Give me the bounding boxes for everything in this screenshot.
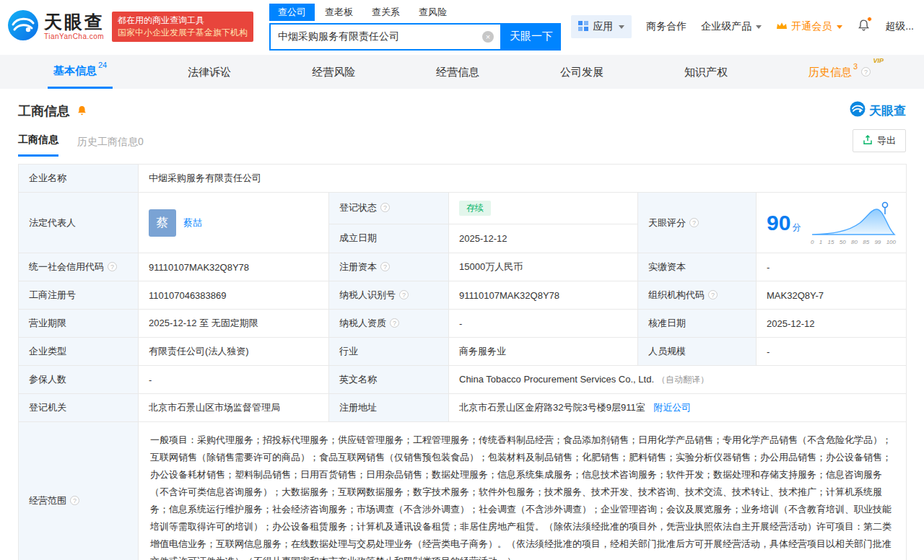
caret-down-icon xyxy=(756,25,762,29)
tab-history-info[interactable]: VIP 历史信息 3 ? xyxy=(803,55,876,89)
subtab-business-registration[interactable]: 工商信息 xyxy=(18,134,58,157)
export-icon xyxy=(863,135,873,147)
tianyancha-logo[interactable]: 天眼查 TianYanCha.com xyxy=(7,9,105,44)
taxpayer-quality-value: - xyxy=(449,310,638,338)
reg-address-label: 注册地址 xyxy=(329,394,449,422)
org-code-label-text: 组织机构代码 xyxy=(648,289,705,300)
info-icon[interactable]: ? xyxy=(861,67,871,76)
export-label: 导出 xyxy=(877,134,896,147)
tab-intellectual-property[interactable]: 知识产权 xyxy=(679,55,733,89)
info-icon[interactable]: ? xyxy=(390,318,399,328)
header-right-menu: 应用 商务合作 企业级产品 开通会员 超 xyxy=(571,15,914,38)
search-button[interactable]: 天眼一下 xyxy=(502,23,561,51)
business-scope-label: 经营范围? xyxy=(19,422,139,560)
menu-super-vip[interactable]: 超级... xyxy=(885,20,914,33)
tab-basic-info[interactable]: 基本信息 24 xyxy=(48,55,113,89)
search-input[interactable] xyxy=(271,25,500,49)
company-nav-tabs: 基本信息 24 法律诉讼 经营风险 经营信息 公司发展 知识产权 VIP 历史信… xyxy=(0,55,924,89)
tab-business-info-label: 经营信息 xyxy=(436,56,479,88)
reg-status-label: 登记状态? xyxy=(329,193,449,224)
legal-rep-cell: 蔡 蔡喆 xyxy=(139,193,329,253)
open-vip-label: 开通会员 xyxy=(791,20,832,33)
approval-date-label: 核准日期 xyxy=(638,310,757,338)
watermark-logo: 天眼查 xyxy=(850,101,906,121)
table-row: 统一社会信用代码? 91110107MAK32Q8Y78 注册资本? 15000… xyxy=(19,253,907,281)
search-area: 查公司 查老板 查关系 查风险 × 天眼一下 xyxy=(269,4,561,51)
subtab-history-registration[interactable]: 历史工商信息0 xyxy=(77,136,144,157)
brand-domain: TianYanCha.com xyxy=(44,33,105,40)
tab-company-development[interactable]: 公司发展 xyxy=(554,55,609,89)
top-header: 天眼查 TianYanCha.com 都在用的商业查询工具 国家中小企业发展子基… xyxy=(0,0,924,53)
tab-basic-info-count: 24 xyxy=(98,61,107,69)
search-input-wrap: × xyxy=(269,23,502,51)
subtabs-row: 工商信息 历史工商信息0 导出 xyxy=(0,122,924,157)
tianyancha-logo-icon xyxy=(850,101,866,121)
table-row: 工商注册号 110107046383869 纳税人识别号? 91110107MA… xyxy=(19,281,907,310)
auto-translate-note: （自动翻译） xyxy=(657,375,709,385)
status-badge: 存续 xyxy=(459,201,491,216)
score-unit: 分 xyxy=(792,222,801,232)
apps-menu[interactable]: 应用 xyxy=(571,15,632,38)
open-vip-link[interactable]: 开通会员 xyxy=(776,20,842,33)
tab-operating-risk[interactable]: 经营风险 xyxy=(306,55,361,89)
taxpayer-id-label: 纳税人识别号? xyxy=(329,281,449,310)
est-date-label: 成立日期 xyxy=(329,224,449,253)
tab-basic-info-label: 基本信息 xyxy=(53,55,97,87)
company-type-value: 有限责任公司(法人独资) xyxy=(139,338,329,366)
reg-status-label-text: 登记状态 xyxy=(339,202,377,213)
business-term-label: 营业期限 xyxy=(19,310,139,338)
legal-rep-link[interactable]: 蔡喆 xyxy=(183,216,202,229)
search-tab-company[interactable]: 查公司 xyxy=(269,4,315,21)
info-icon[interactable]: ? xyxy=(380,203,390,212)
export-button[interactable]: 导出 xyxy=(853,129,906,152)
menu-enterprise-label: 企业级产品 xyxy=(701,20,751,33)
tab-legal-proceedings[interactable]: 法律诉讼 xyxy=(182,55,237,89)
english-name-value: China Tobacco Procurement Services Co., … xyxy=(449,366,907,394)
subscribe-bell-icon[interactable] xyxy=(76,105,88,117)
brand-name: 天眼查 xyxy=(44,13,105,31)
slogan-line1: 都在用的商业查询工具 xyxy=(118,14,248,27)
credit-code-label-text: 统一社会信用代码 xyxy=(29,261,104,272)
table-row: 企业名称 中烟采购服务有限责任公司 xyxy=(19,165,907,193)
section-header: 工商信息 天眼查 xyxy=(0,89,924,122)
apps-menu-label: 应用 xyxy=(593,20,613,33)
table-row: 登记机关 北京市石景山区市场监督管理局 注册地址 北京市石景山区金府路32号院3… xyxy=(19,394,907,422)
notification-dot xyxy=(867,17,872,22)
tab-business-info[interactable]: 经营信息 xyxy=(430,55,485,89)
paid-capital-value: - xyxy=(757,253,907,281)
score-label-text: 天眼评分 xyxy=(648,217,686,228)
score-distribution-chart: 011550808599100 xyxy=(811,200,896,245)
tab-intellectual-property-label: 知识产权 xyxy=(684,56,728,88)
menu-enterprise-products[interactable]: 企业级产品 xyxy=(701,20,762,33)
info-icon[interactable]: ? xyxy=(708,290,718,299)
score-value: 90分 xyxy=(767,212,801,234)
tab-legal-proceedings-label: 法律诉讼 xyxy=(188,56,231,88)
notification-bell[interactable] xyxy=(857,19,871,35)
nearby-companies-link[interactable]: 附近公司 xyxy=(653,402,691,413)
info-icon[interactable]: ? xyxy=(108,262,117,271)
taxpayer-quality-label: 纳税人资质? xyxy=(329,310,449,338)
info-icon[interactable]: ? xyxy=(380,262,390,271)
reg-authority-value: 北京市石景山区市场监督管理局 xyxy=(139,394,329,422)
clear-icon[interactable]: × xyxy=(482,31,494,43)
score-label: 天眼评分? xyxy=(638,193,757,253)
approval-date-value: 2025-12-12 xyxy=(757,310,907,338)
caret-down-icon xyxy=(619,25,624,29)
info-icon[interactable]: ? xyxy=(689,218,699,227)
score-cell: 90分 011550808599100 xyxy=(757,193,907,253)
search-tab-boss[interactable]: 查老板 xyxy=(316,4,362,21)
taxpayer-id-label-text: 纳税人识别号 xyxy=(339,289,396,300)
menu-cooperation[interactable]: 商务合作 xyxy=(646,20,687,33)
legal-rep-avatar[interactable]: 蔡 xyxy=(149,209,176,237)
search-type-tabs: 查公司 查老板 查关系 查风险 xyxy=(269,4,561,21)
table-row: 企业类型 有限责任公司(法人独资) 行业 商务服务业 人员规模 - xyxy=(19,338,907,366)
reg-address-value: 北京市石景山区金府路32号院3号楼9层911室 附近公司 xyxy=(449,394,907,422)
paid-capital-label: 实缴资本 xyxy=(638,253,757,281)
info-icon[interactable]: ? xyxy=(399,290,409,299)
staff-size-value: - xyxy=(757,338,907,366)
info-icon[interactable]: ? xyxy=(70,496,79,505)
search-tab-relation[interactable]: 查关系 xyxy=(363,4,409,21)
search-tab-risk[interactable]: 查风险 xyxy=(410,4,456,21)
staff-size-label: 人员规模 xyxy=(638,338,757,366)
business-scope-label-text: 经营范围 xyxy=(29,495,66,506)
